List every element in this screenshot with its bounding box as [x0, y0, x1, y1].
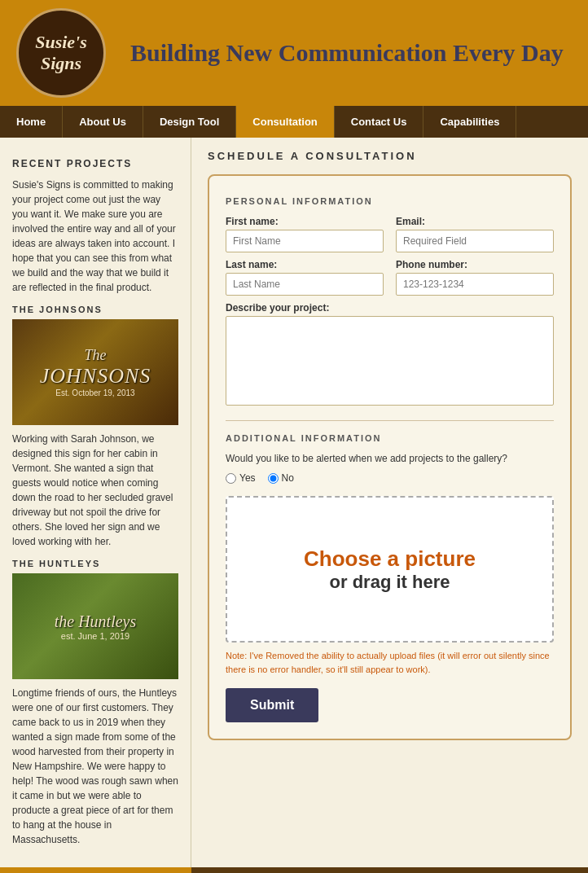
phone-input[interactable]: [396, 273, 554, 296]
phone-group: Phone number:: [396, 259, 554, 296]
radio-yes[interactable]: [226, 473, 236, 484]
sidebar: RECENT PROJECTS Susie's Signs is committ…: [0, 138, 191, 867]
nav-consultation[interactable]: Consultation: [236, 106, 334, 138]
section-divider: [226, 420, 554, 421]
last-name-label: Last name:: [226, 259, 384, 270]
alert-radio-group: Yes No: [226, 472, 554, 484]
site-footer: Copyright Susie's Signs 2021 Registratio…: [0, 867, 588, 873]
huntleys-image: the Huntleys est. June 1, 2019: [12, 573, 178, 679]
email-label: Email:: [396, 216, 554, 227]
radio-yes-option: Yes: [226, 472, 256, 484]
nav-home[interactable]: Home: [0, 106, 63, 138]
logo-line2: Signs: [41, 53, 81, 73]
main-nav: Home About Us Design Tool Consultation C…: [0, 106, 588, 138]
logo-line1: Susie's: [35, 32, 87, 52]
radio-no-option: No: [268, 472, 294, 484]
radio-yes-label: Yes: [239, 472, 256, 484]
upload-choose-text: Choose a picture: [304, 546, 476, 572]
last-name-input[interactable]: [226, 273, 384, 296]
nav-design[interactable]: Design Tool: [143, 106, 236, 138]
radio-no[interactable]: [268, 473, 279, 484]
upload-note: Note: I've Removed the ability to actual…: [226, 649, 554, 676]
phone-label: Phone number:: [396, 259, 554, 270]
sidebar-intro: Susie's Signs is committed to making you…: [12, 178, 178, 295]
recent-projects-title: RECENT PROJECTS: [12, 158, 178, 169]
email-input[interactable]: [396, 230, 554, 252]
file-upload-area[interactable]: Choose a picture or drag it here: [226, 496, 554, 643]
personal-info-label: PERSONAL INFORMATION: [226, 196, 554, 206]
huntleys-description: Longtime friends of ours, the Huntleys w…: [12, 686, 178, 847]
consultation-form-container: PERSONAL INFORMATION First name: Email: …: [208, 174, 572, 740]
nav-contact[interactable]: Contact Us: [335, 106, 424, 138]
nav-about[interactable]: About Us: [63, 106, 143, 138]
nav-capabilities[interactable]: Capabilities: [423, 106, 516, 138]
site-logo[interactable]: Susie's Signs: [16, 8, 106, 98]
lastname-phone-row: Last name: Phone number:: [226, 259, 554, 296]
site-tagline: Building New Communication Every Day: [130, 39, 564, 67]
email-group: Email:: [396, 216, 554, 252]
name-email-row: First name: Email:: [226, 216, 554, 252]
johnsons-image: TheJOHNSONS Est. October 19, 2013: [12, 319, 178, 425]
footer-right: This Could Be Your Sign All We Need Is Y…: [191, 867, 588, 873]
project-description-textarea[interactable]: [226, 316, 554, 406]
consultation-title: SCHEDULE A CONSULTATION: [208, 150, 572, 162]
main-content: RECENT PROJECTS Susie's Signs is committ…: [0, 138, 588, 867]
radio-no-label: No: [282, 472, 294, 484]
submit-button[interactable]: Submit: [226, 688, 318, 722]
project-title-johnsons: THE JOHNSONS: [12, 305, 178, 314]
first-name-group: First name:: [226, 216, 384, 252]
project-title-huntleys: THE HUNTLEYS: [12, 559, 178, 568]
alert-question: Would you like to be alerted when we add…: [226, 453, 554, 464]
additional-info-label: ADDITIONAL INFORMATION: [226, 433, 554, 443]
upload-or-text: or drag it here: [330, 572, 450, 593]
johnsons-description: Working with Sarah Johnson, we designed …: [12, 432, 178, 549]
last-name-group: Last name:: [226, 259, 384, 296]
first-name-input[interactable]: [226, 230, 384, 252]
site-header: Susie's Signs Building New Communication…: [0, 0, 588, 106]
consultation-content: SCHEDULE A CONSULTATION PERSONAL INFORMA…: [191, 138, 588, 867]
describe-label: Describe your project:: [226, 302, 554, 314]
footer-left: Copyright Susie's Signs 2021 Registratio…: [0, 867, 191, 873]
first-name-label: First name:: [226, 216, 384, 227]
